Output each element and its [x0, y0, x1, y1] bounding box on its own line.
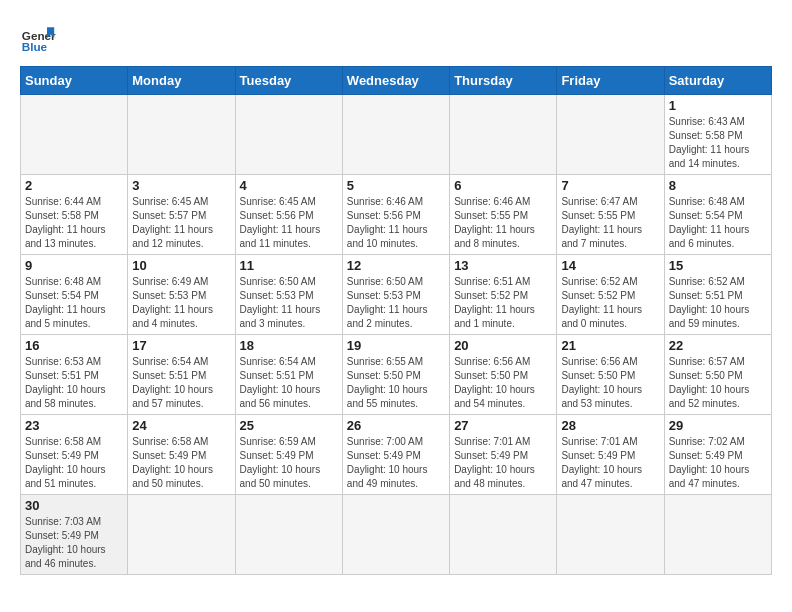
- day-info: Sunrise: 6:58 AM Sunset: 5:49 PM Dayligh…: [132, 435, 230, 491]
- calendar-cell: [557, 495, 664, 575]
- calendar-cell: 1Sunrise: 6:43 AM Sunset: 5:58 PM Daylig…: [664, 95, 771, 175]
- day-number: 16: [25, 338, 123, 353]
- day-info: Sunrise: 6:53 AM Sunset: 5:51 PM Dayligh…: [25, 355, 123, 411]
- day-number: 6: [454, 178, 552, 193]
- day-info: Sunrise: 6:58 AM Sunset: 5:49 PM Dayligh…: [25, 435, 123, 491]
- day-info: Sunrise: 6:52 AM Sunset: 5:51 PM Dayligh…: [669, 275, 767, 331]
- calendar-cell: 3Sunrise: 6:45 AM Sunset: 5:57 PM Daylig…: [128, 175, 235, 255]
- svg-text:Blue: Blue: [22, 40, 48, 53]
- calendar-cell: 26Sunrise: 7:00 AM Sunset: 5:49 PM Dayli…: [342, 415, 449, 495]
- day-number: 8: [669, 178, 767, 193]
- day-number: 9: [25, 258, 123, 273]
- calendar-cell: 21Sunrise: 6:56 AM Sunset: 5:50 PM Dayli…: [557, 335, 664, 415]
- calendar-cell: 19Sunrise: 6:55 AM Sunset: 5:50 PM Dayli…: [342, 335, 449, 415]
- day-number: 22: [669, 338, 767, 353]
- day-info: Sunrise: 6:50 AM Sunset: 5:53 PM Dayligh…: [347, 275, 445, 331]
- calendar-cell: [128, 495, 235, 575]
- calendar-cell: 8Sunrise: 6:48 AM Sunset: 5:54 PM Daylig…: [664, 175, 771, 255]
- calendar-cell: 28Sunrise: 7:01 AM Sunset: 5:49 PM Dayli…: [557, 415, 664, 495]
- calendar-cell: 22Sunrise: 6:57 AM Sunset: 5:50 PM Dayli…: [664, 335, 771, 415]
- calendar-cell: 2Sunrise: 6:44 AM Sunset: 5:58 PM Daylig…: [21, 175, 128, 255]
- day-number: 18: [240, 338, 338, 353]
- day-number: 2: [25, 178, 123, 193]
- day-number: 23: [25, 418, 123, 433]
- calendar-week-row: 23Sunrise: 6:58 AM Sunset: 5:49 PM Dayli…: [21, 415, 772, 495]
- calendar-cell: [557, 95, 664, 175]
- calendar-cell: 9Sunrise: 6:48 AM Sunset: 5:54 PM Daylig…: [21, 255, 128, 335]
- day-number: 24: [132, 418, 230, 433]
- day-number: 20: [454, 338, 552, 353]
- day-number: 15: [669, 258, 767, 273]
- day-info: Sunrise: 6:51 AM Sunset: 5:52 PM Dayligh…: [454, 275, 552, 331]
- header-saturday: Saturday: [664, 67, 771, 95]
- day-number: 12: [347, 258, 445, 273]
- day-number: 11: [240, 258, 338, 273]
- calendar-cell: 5Sunrise: 6:46 AM Sunset: 5:56 PM Daylig…: [342, 175, 449, 255]
- day-info: Sunrise: 6:54 AM Sunset: 5:51 PM Dayligh…: [132, 355, 230, 411]
- calendar-cell: [21, 95, 128, 175]
- calendar-cell: 10Sunrise: 6:49 AM Sunset: 5:53 PM Dayli…: [128, 255, 235, 335]
- day-info: Sunrise: 7:01 AM Sunset: 5:49 PM Dayligh…: [561, 435, 659, 491]
- page-header: General Blue: [20, 20, 772, 56]
- calendar-cell: [450, 95, 557, 175]
- day-number: 21: [561, 338, 659, 353]
- calendar-cell: 11Sunrise: 6:50 AM Sunset: 5:53 PM Dayli…: [235, 255, 342, 335]
- calendar-cell: 24Sunrise: 6:58 AM Sunset: 5:49 PM Dayli…: [128, 415, 235, 495]
- day-number: 3: [132, 178, 230, 193]
- calendar-cell: 20Sunrise: 6:56 AM Sunset: 5:50 PM Dayli…: [450, 335, 557, 415]
- calendar-cell: 13Sunrise: 6:51 AM Sunset: 5:52 PM Dayli…: [450, 255, 557, 335]
- header-tuesday: Tuesday: [235, 67, 342, 95]
- day-number: 29: [669, 418, 767, 433]
- day-number: 13: [454, 258, 552, 273]
- day-info: Sunrise: 7:03 AM Sunset: 5:49 PM Dayligh…: [25, 515, 123, 571]
- calendar-cell: 16Sunrise: 6:53 AM Sunset: 5:51 PM Dayli…: [21, 335, 128, 415]
- day-number: 27: [454, 418, 552, 433]
- calendar-cell: [342, 95, 449, 175]
- header-friday: Friday: [557, 67, 664, 95]
- calendar-cell: 27Sunrise: 7:01 AM Sunset: 5:49 PM Dayli…: [450, 415, 557, 495]
- day-number: 7: [561, 178, 659, 193]
- calendar-cell: 30Sunrise: 7:03 AM Sunset: 5:49 PM Dayli…: [21, 495, 128, 575]
- day-number: 28: [561, 418, 659, 433]
- day-number: 25: [240, 418, 338, 433]
- calendar-cell: 25Sunrise: 6:59 AM Sunset: 5:49 PM Dayli…: [235, 415, 342, 495]
- calendar-table: SundayMondayTuesdayWednesdayThursdayFrid…: [20, 66, 772, 575]
- day-info: Sunrise: 6:43 AM Sunset: 5:58 PM Dayligh…: [669, 115, 767, 171]
- header-monday: Monday: [128, 67, 235, 95]
- calendar-week-row: 2Sunrise: 6:44 AM Sunset: 5:58 PM Daylig…: [21, 175, 772, 255]
- day-info: Sunrise: 6:46 AM Sunset: 5:56 PM Dayligh…: [347, 195, 445, 251]
- day-info: Sunrise: 6:59 AM Sunset: 5:49 PM Dayligh…: [240, 435, 338, 491]
- day-info: Sunrise: 6:49 AM Sunset: 5:53 PM Dayligh…: [132, 275, 230, 331]
- logo-icon: General Blue: [20, 20, 56, 56]
- calendar-week-row: 16Sunrise: 6:53 AM Sunset: 5:51 PM Dayli…: [21, 335, 772, 415]
- day-info: Sunrise: 6:54 AM Sunset: 5:51 PM Dayligh…: [240, 355, 338, 411]
- day-info: Sunrise: 6:45 AM Sunset: 5:56 PM Dayligh…: [240, 195, 338, 251]
- day-number: 5: [347, 178, 445, 193]
- day-info: Sunrise: 6:45 AM Sunset: 5:57 PM Dayligh…: [132, 195, 230, 251]
- header-sunday: Sunday: [21, 67, 128, 95]
- calendar-cell: 17Sunrise: 6:54 AM Sunset: 5:51 PM Dayli…: [128, 335, 235, 415]
- day-number: 30: [25, 498, 123, 513]
- day-number: 10: [132, 258, 230, 273]
- calendar-week-row: 30Sunrise: 7:03 AM Sunset: 5:49 PM Dayli…: [21, 495, 772, 575]
- logo: General Blue: [20, 20, 56, 56]
- day-info: Sunrise: 6:48 AM Sunset: 5:54 PM Dayligh…: [25, 275, 123, 331]
- day-info: Sunrise: 6:55 AM Sunset: 5:50 PM Dayligh…: [347, 355, 445, 411]
- calendar-header-row: SundayMondayTuesdayWednesdayThursdayFrid…: [21, 67, 772, 95]
- calendar-cell: 7Sunrise: 6:47 AM Sunset: 5:55 PM Daylig…: [557, 175, 664, 255]
- day-info: Sunrise: 6:52 AM Sunset: 5:52 PM Dayligh…: [561, 275, 659, 331]
- day-info: Sunrise: 6:46 AM Sunset: 5:55 PM Dayligh…: [454, 195, 552, 251]
- day-info: Sunrise: 6:44 AM Sunset: 5:58 PM Dayligh…: [25, 195, 123, 251]
- calendar-cell: 4Sunrise: 6:45 AM Sunset: 5:56 PM Daylig…: [235, 175, 342, 255]
- day-number: 26: [347, 418, 445, 433]
- calendar-cell: [235, 495, 342, 575]
- day-number: 1: [669, 98, 767, 113]
- day-info: Sunrise: 7:02 AM Sunset: 5:49 PM Dayligh…: [669, 435, 767, 491]
- calendar-cell: 29Sunrise: 7:02 AM Sunset: 5:49 PM Dayli…: [664, 415, 771, 495]
- day-info: Sunrise: 6:56 AM Sunset: 5:50 PM Dayligh…: [561, 355, 659, 411]
- day-info: Sunrise: 6:57 AM Sunset: 5:50 PM Dayligh…: [669, 355, 767, 411]
- calendar-cell: 6Sunrise: 6:46 AM Sunset: 5:55 PM Daylig…: [450, 175, 557, 255]
- calendar-cell: [128, 95, 235, 175]
- day-info: Sunrise: 6:47 AM Sunset: 5:55 PM Dayligh…: [561, 195, 659, 251]
- calendar-cell: 14Sunrise: 6:52 AM Sunset: 5:52 PM Dayli…: [557, 255, 664, 335]
